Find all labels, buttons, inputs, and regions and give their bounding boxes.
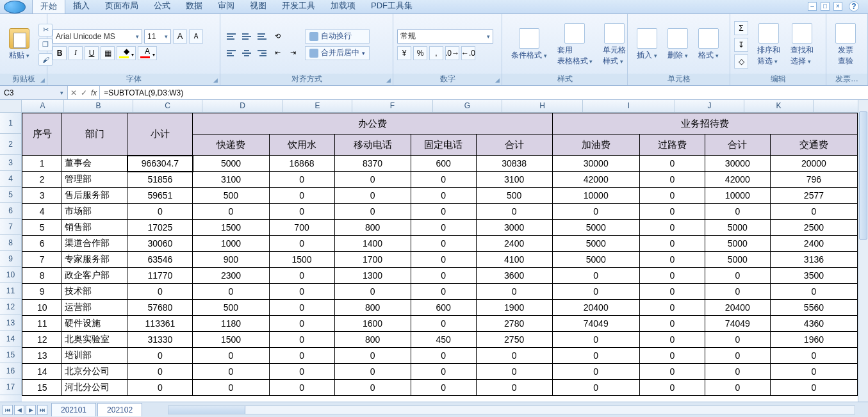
menu-tab-2[interactable]: 页面布局 — [97, 0, 146, 13]
cell[interactable]: 管理部 — [62, 172, 127, 188]
cell[interactable]: 4 — [22, 204, 62, 220]
cell[interactable]: 0 — [127, 364, 193, 380]
cell[interactable]: 3000 — [476, 220, 552, 236]
cell[interactable]: 0 — [334, 284, 411, 300]
cell[interactable]: 0 — [411, 348, 476, 364]
cell[interactable]: 技术部 — [62, 284, 127, 300]
window-minimize-icon[interactable]: – — [808, 2, 817, 11]
cell[interactable]: 0 — [705, 268, 770, 284]
menu-tab-1[interactable]: 插入 — [65, 0, 97, 13]
cell[interactable]: 63546 — [127, 252, 193, 268]
sheet-nav-prev[interactable]: ◀ — [14, 405, 24, 415]
cell[interactable]: 0 — [127, 204, 193, 220]
row-header[interactable]: 11 — [0, 283, 22, 299]
cell[interactable]: 800 — [334, 300, 411, 316]
cell[interactable]: 800 — [334, 332, 411, 348]
cell[interactable]: 专家服务部 — [62, 252, 127, 268]
cell[interactable]: 12 — [22, 332, 62, 348]
cell[interactable]: 0 — [411, 188, 476, 204]
cell[interactable]: 0 — [334, 364, 411, 380]
cell[interactable]: 17025 — [127, 220, 193, 236]
accept-formula-button[interactable]: ✓ — [81, 88, 87, 97]
row-header[interactable]: 5 — [0, 187, 22, 203]
cell[interactable]: 30838 — [476, 156, 552, 172]
cell[interactable]: 0 — [705, 332, 770, 348]
cell[interactable]: 113361 — [127, 316, 193, 332]
menu-tab-5[interactable]: 审阅 — [210, 0, 242, 13]
cell[interactable]: 0 — [193, 380, 269, 396]
cell[interactable]: 10000 — [552, 188, 639, 204]
cell[interactable]: 0 — [476, 284, 552, 300]
cell[interactable]: 20400 — [705, 300, 770, 316]
sheet-tab[interactable]: 202102 — [97, 403, 142, 416]
cell[interactable]: 0 — [411, 252, 476, 268]
percent-button[interactable]: % — [413, 46, 427, 60]
merge-center-button[interactable]: 合并后居中 — [305, 46, 370, 60]
col-header[interactable]: E — [283, 100, 352, 113]
cell[interactable]: 42000 — [552, 172, 639, 188]
cell[interactable]: 20400 — [552, 300, 639, 316]
row-header[interactable]: 10 — [0, 267, 22, 283]
cell[interactable]: 3 — [22, 188, 62, 204]
cell[interactable]: 0 — [770, 364, 857, 380]
window-close-icon[interactable]: × — [833, 2, 842, 11]
cell[interactable]: 加油费 — [552, 135, 639, 156]
cell[interactable]: 0 — [770, 204, 857, 220]
font-size-combo[interactable]: 11 — [144, 29, 171, 44]
wrap-text-button[interactable]: 自动换行 — [305, 29, 370, 44]
cell[interactable]: 快递费 — [193, 135, 269, 156]
cell[interactable]: 74049 — [552, 316, 639, 332]
fill-color-button[interactable]: ◆▾ — [117, 46, 136, 60]
cell[interactable]: 2300 — [193, 268, 269, 284]
underline-button[interactable]: U — [85, 46, 99, 60]
cell[interactable]: 0 — [411, 204, 476, 220]
format-cells-button[interactable]: 格式 — [693, 22, 724, 68]
row-header[interactable]: 6 — [0, 203, 22, 219]
cell[interactable]: 2750 — [476, 332, 552, 348]
sheet-nav-next[interactable]: ▶ — [26, 405, 36, 415]
number-format-combo[interactable]: 常规 — [397, 29, 493, 44]
cancel-formula-button[interactable]: ✕ — [70, 88, 77, 97]
cell[interactable]: 0 — [411, 172, 476, 188]
cell[interactable]: 河北分公司 — [62, 380, 127, 396]
cell[interactable]: 1500 — [269, 252, 334, 268]
cell[interactable]: 5560 — [770, 300, 857, 316]
font-name-combo[interactable]: Arial Unicode MS — [53, 29, 142, 44]
sheet-nav-first[interactable]: ⏮ — [3, 405, 13, 415]
horizontal-scrollbar[interactable] — [168, 405, 855, 414]
italic-button[interactable]: I — [69, 46, 83, 60]
cell[interactable]: 3136 — [770, 252, 857, 268]
cell[interactable]: 1500 — [193, 220, 269, 236]
menu-tab-6[interactable]: 视图 — [242, 0, 274, 13]
cell[interactable]: 2400 — [476, 236, 552, 252]
cell[interactable]: 0 — [334, 204, 411, 220]
cell[interactable]: 51856 — [127, 172, 193, 188]
hscrollbar-thumb[interactable] — [168, 406, 245, 414]
conditional-format-button[interactable]: 条件格式 — [506, 22, 552, 68]
cell[interactable]: 0 — [639, 268, 705, 284]
cell[interactable]: 部门 — [62, 113, 127, 156]
cell[interactable]: 11770 — [127, 268, 193, 284]
align-center-button[interactable] — [240, 46, 254, 60]
row-header[interactable]: 4 — [0, 171, 22, 187]
cell[interactable]: 5000 — [705, 220, 770, 236]
cell[interactable]: 0 — [411, 268, 476, 284]
cell[interactable]: 0 — [476, 364, 552, 380]
align-bottom-button[interactable] — [255, 29, 269, 44]
cell[interactable]: 5000 — [552, 220, 639, 236]
align-left-button[interactable] — [224, 46, 238, 60]
cell[interactable]: 500 — [476, 188, 552, 204]
cell[interactable]: 1 — [22, 156, 62, 172]
cell[interactable]: 5000 — [552, 236, 639, 252]
cell[interactable]: 500 — [193, 300, 269, 316]
cell[interactable]: 10000 — [705, 188, 770, 204]
cell[interactable]: 0 — [705, 348, 770, 364]
col-header[interactable]: H — [502, 100, 583, 113]
cell[interactable]: 销售部 — [62, 220, 127, 236]
col-header[interactable]: D — [202, 100, 283, 113]
name-box[interactable]: C3 — [0, 86, 68, 99]
cell[interactable]: 42000 — [705, 172, 770, 188]
align-right-button[interactable] — [255, 46, 269, 60]
increase-indent-button[interactable]: ⇥ — [286, 46, 300, 60]
cell[interactable]: 交通费 — [770, 135, 857, 156]
